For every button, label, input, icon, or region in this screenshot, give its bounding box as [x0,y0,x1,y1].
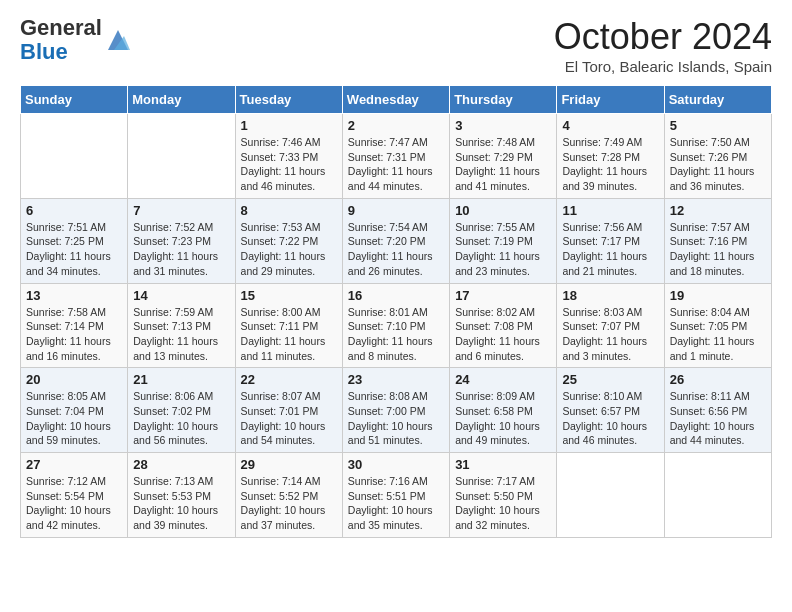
day-info: Sunrise: 7:58 AM Sunset: 7:14 PM Dayligh… [26,305,122,364]
calendar-cell [557,453,664,538]
calendar-cell: 23Sunrise: 8:08 AM Sunset: 7:00 PM Dayli… [342,368,449,453]
day-info: Sunrise: 7:57 AM Sunset: 7:16 PM Dayligh… [670,220,766,279]
day-number: 9 [348,203,444,218]
calendar-cell: 12Sunrise: 7:57 AM Sunset: 7:16 PM Dayli… [664,198,771,283]
calendar-cell: 9Sunrise: 7:54 AM Sunset: 7:20 PM Daylig… [342,198,449,283]
calendar-cell: 25Sunrise: 8:10 AM Sunset: 6:57 PM Dayli… [557,368,664,453]
calendar-cell: 26Sunrise: 8:11 AM Sunset: 6:56 PM Dayli… [664,368,771,453]
day-info: Sunrise: 7:46 AM Sunset: 7:33 PM Dayligh… [241,135,337,194]
logo-text: General Blue [20,16,102,64]
day-info: Sunrise: 7:14 AM Sunset: 5:52 PM Dayligh… [241,474,337,533]
day-info: Sunrise: 7:50 AM Sunset: 7:26 PM Dayligh… [670,135,766,194]
col-tuesday: Tuesday [235,86,342,114]
page-header: General Blue October 2024 El Toro, Balea… [20,16,772,75]
day-info: Sunrise: 8:11 AM Sunset: 6:56 PM Dayligh… [670,389,766,448]
day-info: Sunrise: 8:08 AM Sunset: 7:00 PM Dayligh… [348,389,444,448]
calendar-cell: 10Sunrise: 7:55 AM Sunset: 7:19 PM Dayli… [450,198,557,283]
calendar-table: Sunday Monday Tuesday Wednesday Thursday… [20,85,772,538]
col-saturday: Saturday [664,86,771,114]
calendar-cell: 13Sunrise: 7:58 AM Sunset: 7:14 PM Dayli… [21,283,128,368]
calendar-cell [128,114,235,199]
calendar-cell: 14Sunrise: 7:59 AM Sunset: 7:13 PM Dayli… [128,283,235,368]
day-number: 20 [26,372,122,387]
day-info: Sunrise: 7:16 AM Sunset: 5:51 PM Dayligh… [348,474,444,533]
day-number: 24 [455,372,551,387]
calendar-cell: 20Sunrise: 8:05 AM Sunset: 7:04 PM Dayli… [21,368,128,453]
calendar-cell: 1Sunrise: 7:46 AM Sunset: 7:33 PM Daylig… [235,114,342,199]
day-info: Sunrise: 8:02 AM Sunset: 7:08 PM Dayligh… [455,305,551,364]
day-info: Sunrise: 7:53 AM Sunset: 7:22 PM Dayligh… [241,220,337,279]
day-number: 31 [455,457,551,472]
day-info: Sunrise: 7:52 AM Sunset: 7:23 PM Dayligh… [133,220,229,279]
day-info: Sunrise: 8:05 AM Sunset: 7:04 PM Dayligh… [26,389,122,448]
calendar-page: General Blue October 2024 El Toro, Balea… [0,0,792,554]
day-number: 11 [562,203,658,218]
col-thursday: Thursday [450,86,557,114]
calendar-cell: 11Sunrise: 7:56 AM Sunset: 7:17 PM Dayli… [557,198,664,283]
calendar-cell: 6Sunrise: 7:51 AM Sunset: 7:25 PM Daylig… [21,198,128,283]
calendar-cell: 5Sunrise: 7:50 AM Sunset: 7:26 PM Daylig… [664,114,771,199]
calendar-week-5: 27Sunrise: 7:12 AM Sunset: 5:54 PM Dayli… [21,453,772,538]
day-number: 3 [455,118,551,133]
calendar-cell: 7Sunrise: 7:52 AM Sunset: 7:23 PM Daylig… [128,198,235,283]
day-number: 12 [670,203,766,218]
day-info: Sunrise: 7:54 AM Sunset: 7:20 PM Dayligh… [348,220,444,279]
day-number: 19 [670,288,766,303]
logo-blue: Blue [20,39,68,64]
day-info: Sunrise: 8:04 AM Sunset: 7:05 PM Dayligh… [670,305,766,364]
calendar-cell: 3Sunrise: 7:48 AM Sunset: 7:29 PM Daylig… [450,114,557,199]
day-number: 2 [348,118,444,133]
calendar-cell: 28Sunrise: 7:13 AM Sunset: 5:53 PM Dayli… [128,453,235,538]
calendar-cell: 15Sunrise: 8:00 AM Sunset: 7:11 PM Dayli… [235,283,342,368]
calendar-week-4: 20Sunrise: 8:05 AM Sunset: 7:04 PM Dayli… [21,368,772,453]
day-number: 13 [26,288,122,303]
header-row: Sunday Monday Tuesday Wednesday Thursday… [21,86,772,114]
day-number: 27 [26,457,122,472]
day-number: 26 [670,372,766,387]
day-info: Sunrise: 8:10 AM Sunset: 6:57 PM Dayligh… [562,389,658,448]
day-info: Sunrise: 7:55 AM Sunset: 7:19 PM Dayligh… [455,220,551,279]
day-number: 10 [455,203,551,218]
logo-general: General [20,15,102,40]
day-info: Sunrise: 7:47 AM Sunset: 7:31 PM Dayligh… [348,135,444,194]
col-friday: Friday [557,86,664,114]
calendar-cell: 30Sunrise: 7:16 AM Sunset: 5:51 PM Dayli… [342,453,449,538]
day-number: 22 [241,372,337,387]
calendar-cell: 16Sunrise: 8:01 AM Sunset: 7:10 PM Dayli… [342,283,449,368]
day-number: 5 [670,118,766,133]
day-info: Sunrise: 7:59 AM Sunset: 7:13 PM Dayligh… [133,305,229,364]
location-subtitle: El Toro, Balearic Islands, Spain [554,58,772,75]
logo: General Blue [20,16,132,64]
day-number: 4 [562,118,658,133]
calendar-cell: 19Sunrise: 8:04 AM Sunset: 7:05 PM Dayli… [664,283,771,368]
day-number: 18 [562,288,658,303]
calendar-cell: 2Sunrise: 7:47 AM Sunset: 7:31 PM Daylig… [342,114,449,199]
day-number: 1 [241,118,337,133]
day-info: Sunrise: 8:09 AM Sunset: 6:58 PM Dayligh… [455,389,551,448]
calendar-week-3: 13Sunrise: 7:58 AM Sunset: 7:14 PM Dayli… [21,283,772,368]
day-number: 29 [241,457,337,472]
calendar-week-1: 1Sunrise: 7:46 AM Sunset: 7:33 PM Daylig… [21,114,772,199]
day-number: 23 [348,372,444,387]
calendar-cell [664,453,771,538]
day-info: Sunrise: 7:17 AM Sunset: 5:50 PM Dayligh… [455,474,551,533]
calendar-cell: 17Sunrise: 8:02 AM Sunset: 7:08 PM Dayli… [450,283,557,368]
day-number: 6 [26,203,122,218]
calendar-cell: 24Sunrise: 8:09 AM Sunset: 6:58 PM Dayli… [450,368,557,453]
day-info: Sunrise: 8:03 AM Sunset: 7:07 PM Dayligh… [562,305,658,364]
day-info: Sunrise: 7:12 AM Sunset: 5:54 PM Dayligh… [26,474,122,533]
day-info: Sunrise: 7:51 AM Sunset: 7:25 PM Dayligh… [26,220,122,279]
col-sunday: Sunday [21,86,128,114]
day-number: 28 [133,457,229,472]
day-info: Sunrise: 8:01 AM Sunset: 7:10 PM Dayligh… [348,305,444,364]
logo-icon [104,26,132,54]
calendar-week-2: 6Sunrise: 7:51 AM Sunset: 7:25 PM Daylig… [21,198,772,283]
day-number: 17 [455,288,551,303]
day-number: 14 [133,288,229,303]
calendar-cell: 31Sunrise: 7:17 AM Sunset: 5:50 PM Dayli… [450,453,557,538]
day-number: 21 [133,372,229,387]
calendar-cell: 29Sunrise: 7:14 AM Sunset: 5:52 PM Dayli… [235,453,342,538]
day-info: Sunrise: 7:13 AM Sunset: 5:53 PM Dayligh… [133,474,229,533]
day-number: 30 [348,457,444,472]
calendar-cell [21,114,128,199]
